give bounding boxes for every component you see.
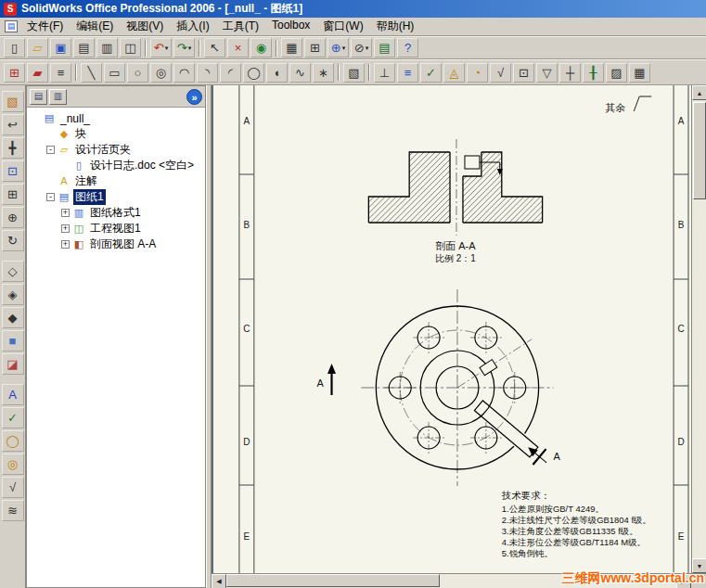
horizontal-scroll-thumb[interactable]: [226, 574, 440, 587]
undo-button[interactable]: ↶▾: [150, 38, 172, 58]
zoom-to-area-button[interactable]: ⊞: [2, 184, 24, 205]
dropdown-arrow-icon[interactable]: ▾: [366, 45, 369, 52]
tangent-arc-button[interactable]: ◝: [197, 63, 218, 83]
expand-toggle[interactable]: +: [61, 224, 70, 233]
zoom-in-out-button[interactable]: ⊕: [2, 207, 24, 228]
tree-item-8[interactable]: +◧剖面视图 A-A: [29, 236, 205, 252]
expand-toggle[interactable]: +: [61, 240, 70, 249]
dropdown-arrow-icon[interactable]: ▾: [342, 45, 346, 52]
print-button[interactable]: ▥: [96, 38, 118, 58]
wireframe-button[interactable]: ◇: [2, 261, 24, 282]
panel-collapse-button[interactable]: »: [186, 89, 202, 105]
center-mark-button[interactable]: ┼: [559, 63, 581, 83]
line-button[interactable]: ╲: [81, 63, 102, 83]
make-drawing-from-part-button[interactable]: ▤: [73, 38, 95, 58]
three-point-arc-button[interactable]: ◜: [220, 63, 241, 83]
view-notes-button[interactable]: ▤: [374, 38, 395, 58]
spell-checker-button[interactable]: ✓: [2, 407, 24, 428]
section-view-display-button[interactable]: ◪: [2, 353, 24, 375]
rectangle-button[interactable]: ▭: [104, 63, 125, 83]
balloon-button[interactable]: ◔: [467, 63, 488, 83]
tree-item-4[interactable]: A注解: [29, 173, 205, 189]
section-arrow-label-left[interactable]: A: [317, 377, 325, 389]
revision-symbol-button[interactable]: ◬: [443, 63, 465, 83]
partial-ellipse-button[interactable]: ◖: [266, 63, 288, 83]
balloon-button[interactable]: ◯: [2, 430, 24, 452]
view-orientation-button[interactable]: ▧: [2, 91, 24, 112]
redo-button[interactable]: ↷▾: [173, 38, 195, 58]
menu-tools[interactable]: 工具(T): [216, 17, 265, 36]
tree-item-2[interactable]: -▱设计活页夹: [29, 142, 205, 158]
tech-requirements-note[interactable]: 技术要求： 1.公差原则按GB/T 4249。 2.未注线性尺寸公差等级GB18…: [502, 491, 651, 558]
scroll-up-button[interactable]: ▲: [692, 85, 706, 100]
section-arrow-label-right[interactable]: A: [554, 451, 561, 462]
previous-view-button[interactable]: ↩: [2, 114, 24, 135]
section-view-aa[interactable]: [368, 139, 542, 236]
centerline-button[interactable]: ╂: [583, 63, 604, 83]
delete-button[interactable]: ×: [227, 38, 249, 58]
hidden-lines-removed-button[interactable]: ◆: [2, 307, 24, 328]
menu-edit[interactable]: 编辑(E): [70, 17, 120, 36]
menu-insert[interactable]: 插入(I): [170, 17, 215, 36]
tree-item-5[interactable]: -▤图纸1: [29, 189, 205, 205]
pan-button[interactable]: ╋: [2, 137, 24, 159]
expand-toggle[interactable]: -: [46, 146, 55, 154]
circle-button[interactable]: ○: [127, 63, 148, 83]
section-scale-label[interactable]: 比例 2：1: [435, 253, 476, 263]
surface-finish-button[interactable]: √: [490, 63, 511, 83]
menu-help[interactable]: 帮助(H): [370, 17, 421, 36]
propertymanager-tab[interactable]: ▥: [49, 89, 67, 105]
hide-show-items-button[interactable]: ⊘▾: [351, 38, 372, 58]
stacked-balloon-button[interactable]: ◎: [2, 454, 24, 475]
zoom-tools-button[interactable]: ⊕▾: [327, 38, 349, 58]
dropdown-arrow-icon[interactable]: ▾: [165, 45, 169, 52]
note-button[interactable]: A: [2, 384, 24, 405]
tree-item-3[interactable]: ▯设计日志.doc <空白>: [29, 158, 205, 173]
featuremanager-tab[interactable]: ▤: [30, 89, 47, 105]
menu-toolbox[interactable]: Toolbox: [265, 17, 316, 36]
smart-dimension-button[interactable]: ⊥: [374, 63, 395, 83]
expand-toggle[interactable]: -: [46, 193, 55, 201]
perimeter-circle-button[interactable]: ◎: [150, 63, 172, 83]
flange-top-view[interactable]: [361, 289, 553, 486]
help-button[interactable]: ?: [397, 38, 418, 58]
rebuild-button[interactable]: ◉: [250, 38, 272, 58]
spell-checker-button[interactable]: ✓: [420, 63, 442, 83]
line-format-button[interactable]: ▰: [27, 63, 48, 83]
rotate-view-button[interactable]: ↻: [2, 230, 24, 251]
new-document-button[interactable]: ▯: [4, 38, 25, 58]
surface-finish-symbol-button[interactable]: √: [2, 477, 24, 498]
spline-button[interactable]: ∿: [289, 63, 311, 83]
vertical-scroll-thumb[interactable]: [693, 102, 706, 199]
plane-button[interactable]: ▧: [343, 63, 365, 83]
menu-view[interactable]: 视图(V): [120, 17, 170, 36]
tree-item-0[interactable]: ▤_null_: [29, 110, 205, 126]
zoom-to-fit-button[interactable]: ⊡: [2, 160, 24, 182]
open-button[interactable]: ▱: [27, 38, 48, 58]
menu-window[interactable]: 窗口(W): [316, 17, 369, 36]
print-preview-button[interactable]: ◫: [120, 38, 141, 58]
table-button[interactable]: ▦: [629, 63, 650, 83]
point-button[interactable]: ∗: [313, 63, 334, 83]
centerpoint-arc-button[interactable]: ◠: [173, 63, 195, 83]
expand-toggle[interactable]: +: [61, 209, 70, 217]
child-window-icon[interactable]: ▤: [5, 20, 18, 32]
vertical-scrollbar[interactable]: ▲ ▼: [691, 85, 706, 573]
edit-sheet-format-button[interactable]: ▦: [281, 38, 302, 58]
section-view-label[interactable]: 剖面 A-A: [435, 240, 476, 251]
tree-item-1[interactable]: ◆块: [29, 126, 205, 142]
edit-table-button[interactable]: ⊞: [304, 38, 326, 58]
dropdown-arrow-icon[interactable]: ▾: [188, 45, 192, 52]
shaded-button[interactable]: ■: [2, 330, 24, 352]
select-button[interactable]: ↖: [204, 38, 225, 58]
section-line-arrows[interactable]: [327, 364, 553, 470]
drawing-canvas[interactable]: A B C D E A B C D E 其余: [212, 85, 691, 573]
model-items-button[interactable]: ≡: [397, 63, 418, 83]
area-hatch-button[interactable]: ▨: [606, 63, 627, 83]
tree-item-6[interactable]: +▥图纸格式1: [29, 205, 205, 221]
tree-item-7[interactable]: +◫工程视图1: [29, 221, 205, 236]
sketch-button[interactable]: ⊞: [4, 63, 25, 83]
drawing-sheet[interactable]: A B C D E A B C D E 其余: [213, 85, 691, 573]
layer-properties-button[interactable]: ≡: [50, 63, 71, 83]
weld-symbol-button[interactable]: ≋: [2, 500, 24, 521]
